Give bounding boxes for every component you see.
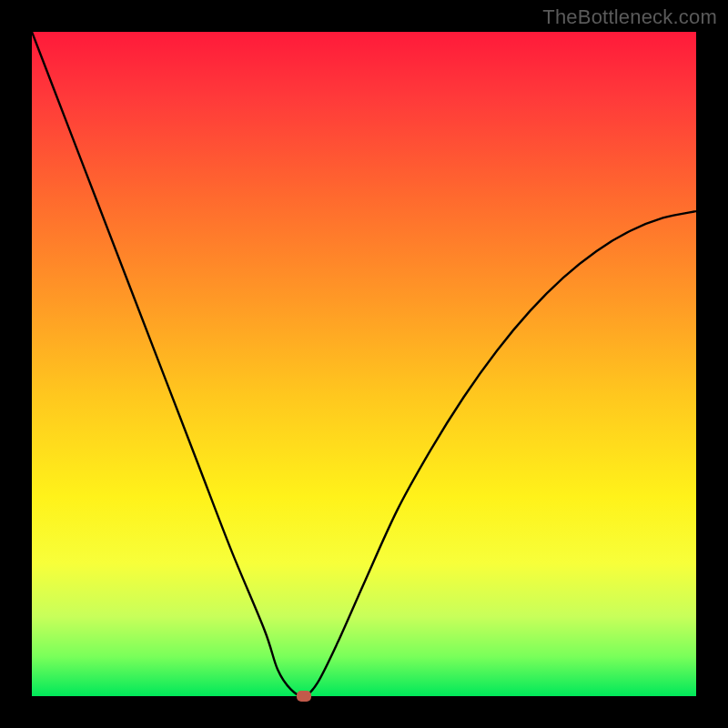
- chart-frame: TheBottleneck.com: [0, 0, 728, 728]
- bottleneck-curve: [32, 32, 696, 696]
- watermark-text: TheBottleneck.com: [542, 5, 717, 29]
- optimal-point-marker: [297, 691, 311, 702]
- curve-path: [32, 32, 696, 696]
- plot-area: [32, 32, 696, 696]
